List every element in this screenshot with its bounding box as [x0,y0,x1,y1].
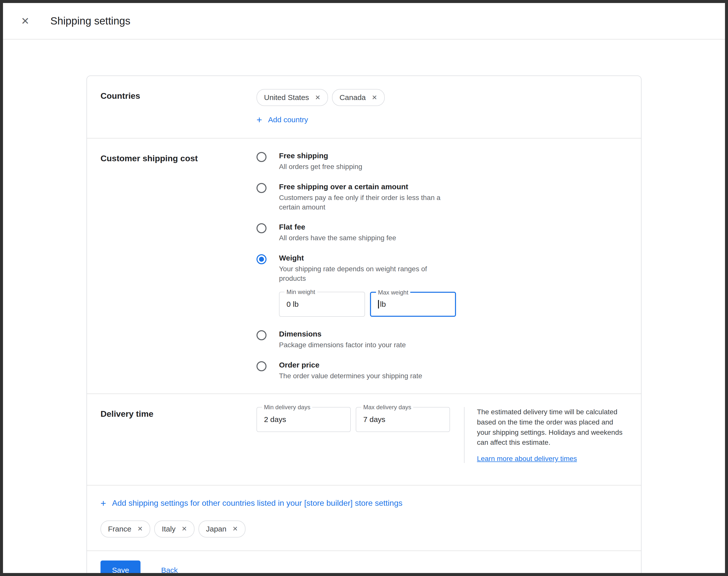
add-country-button[interactable]: + Add country [257,115,308,124]
min-delivery-days-field[interactable]: Min delivery days 2 days [257,407,351,432]
other-country-chips: France ✕ Italy ✕ Japan ✕ [100,520,628,538]
card-footer: Save Back [87,551,641,576]
country-chip-canada: Canada ✕ [332,89,385,106]
delivery-time-label: Delivery time [100,407,257,463]
close-icon[interactable]: ✕ [372,94,377,102]
max-weight-field-label: Max weight [376,289,410,296]
option-title: Free shipping over a certain amount [279,182,455,191]
other-countries-section: + Add shipping settings for other countr… [87,486,641,550]
country-chip-italy: Italy ✕ [154,520,195,538]
add-country-label: Add country [268,115,308,124]
save-button[interactable]: Save [100,560,141,576]
option-description: Your shipping rate depends on weight ran… [279,264,455,283]
min-weight-field-label: Min weight [285,288,317,296]
min-weight-field[interactable]: Min weight 0 lb [279,292,365,317]
close-icon[interactable]: ✕ [181,525,187,533]
add-other-countries-label: Add shipping settings for other countrie… [112,498,403,508]
chip-label: France [108,525,131,533]
max-weight-field-value: lb [380,300,386,309]
country-chip-united-states: United States ✕ [257,89,328,106]
min-delivery-days-value: 2 days [264,415,286,424]
radio-icon-selected[interactable] [257,254,266,264]
option-title: Dimensions [279,330,406,338]
countries-label: Countries [100,89,257,125]
shipping-cost-section: Customer shipping cost Free shipping All… [87,139,641,394]
radio-option-weight[interactable]: Weight Your shipping rate depends on wei… [257,254,628,319]
max-weight-field[interactable]: Max weight lb [370,292,456,317]
close-icon[interactable]: ✕ [315,94,320,102]
countries-content: United States ✕ Canada ✕ + Add country [257,89,628,125]
shipping-settings-card: Countries United States ✕ Canada ✕ + Add… [87,76,641,576]
radio-option-order-price[interactable]: Order price The order value determines y… [257,361,628,381]
window: ✕ Shipping settings Countries United Sta… [0,0,728,576]
delivery-info-panel: The estimated delivery time will be calc… [464,407,628,463]
option-title: Free shipping [279,151,362,160]
back-button[interactable]: Back [158,566,181,575]
text-caret [378,300,379,309]
min-weight-field-value: 0 lb [287,300,298,309]
close-icon[interactable]: ✕ [233,525,238,533]
radio-icon[interactable] [257,361,266,371]
option-description: Customers pay a fee only if their order … [279,193,455,212]
learn-more-link[interactable]: Learn more about delivery times [477,455,577,463]
plus-icon: + [257,115,262,124]
option-title: Order price [279,361,422,369]
min-delivery-days-label: Min delivery days [262,403,312,411]
radio-icon[interactable] [257,152,266,162]
chip-label: Japan [206,525,227,533]
option-description: The order value determines your shipping… [279,371,422,381]
radio-option-dimensions[interactable]: Dimensions Package dimensions factor int… [257,330,628,350]
option-title: Flat fee [279,223,396,231]
chip-label: Canada [340,93,366,102]
max-delivery-days-value: 7 days [363,415,385,424]
country-chips: United States ✕ Canada ✕ [257,89,628,106]
option-title: Weight [279,254,456,262]
radio-icon[interactable] [257,330,266,340]
close-button[interactable]: ✕ [19,14,31,28]
option-description: Package dimensions factor into your rate [279,340,406,350]
radio-option-free-shipping[interactable]: Free shipping All orders get free shippi… [257,151,628,172]
chip-label: United States [264,93,309,102]
countries-section: Countries United States ✕ Canada ✕ + Add… [87,76,641,138]
delivery-time-section: Delivery time Min delivery days 2 days M… [87,394,641,485]
close-icon[interactable]: ✕ [137,525,143,533]
page-title: Shipping settings [51,15,130,27]
weight-fields: Min weight 0 lb Max weight lb [279,292,456,317]
max-delivery-days-field[interactable]: Max delivery days 7 days [356,407,450,432]
radio-icon[interactable] [257,183,266,193]
delivery-info-text: The estimated delivery time will be calc… [477,407,628,448]
radio-option-flat-fee[interactable]: Flat fee All orders have the same shippi… [257,223,628,243]
country-chip-japan: Japan ✕ [199,520,245,538]
country-chip-france: France ✕ [100,520,150,538]
add-other-countries-button[interactable]: + Add shipping settings for other countr… [100,498,403,508]
plus-icon: + [100,498,106,508]
radio-option-free-over-amount[interactable]: Free shipping over a certain amount Cust… [257,182,628,212]
chip-label: Italy [162,525,175,533]
close-icon: ✕ [21,16,29,27]
option-description: All orders get free shipping [279,162,362,172]
shipping-cost-options: Free shipping All orders get free shippi… [257,151,628,380]
header: ✕ Shipping settings [3,3,725,39]
max-delivery-days-label: Max delivery days [361,403,413,411]
delivery-time-content: Min delivery days 2 days Max delivery da… [257,407,628,463]
shipping-cost-label: Customer shipping cost [100,151,257,380]
radio-icon[interactable] [257,223,266,233]
option-description: All orders have the same shipping fee [279,233,396,243]
